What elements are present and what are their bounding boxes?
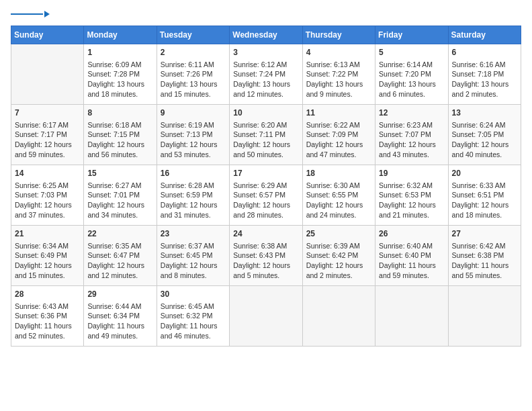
day-info-line: Sunrise: 6:37 AM: [161, 241, 226, 251]
day-number: 14: [15, 168, 80, 179]
day-info-line: and 59 minutes.: [379, 271, 444, 281]
day-info-line: Sunrise: 6:13 AM: [306, 60, 371, 70]
day-number: 23: [161, 228, 226, 240]
day-info-line: Daylight: 12 hours: [306, 200, 371, 210]
day-number: 9: [161, 107, 226, 119]
day-info-line: Daylight: 12 hours: [15, 200, 80, 210]
header-cell-wednesday: Wednesday: [230, 26, 302, 44]
day-info-line: Sunset: 7:01 PM: [87, 190, 152, 200]
day-info-line: and 2 minutes.: [306, 271, 371, 281]
calendar-cell: 13Sunrise: 6:24 AMSunset: 7:05 PMDayligh…: [448, 105, 521, 165]
day-info-line: Sunset: 6:51 PM: [452, 190, 517, 200]
day-info-line: Sunset: 6:49 PM: [15, 250, 80, 261]
day-info-line: Daylight: 12 hours: [15, 261, 80, 271]
day-info-line: Sunrise: 6:12 AM: [233, 60, 298, 70]
day-info-line: and 43 minutes.: [379, 150, 444, 160]
calendar-cell: 18Sunrise: 6:30 AMSunset: 6:55 PMDayligh…: [302, 165, 375, 226]
calendar-cell: 22Sunrise: 6:35 AMSunset: 6:47 PMDayligh…: [84, 226, 157, 286]
day-info-line: Sunrise: 6:20 AM: [233, 120, 298, 130]
header-cell-sunday: Sunday: [11, 26, 84, 44]
calendar-cell: 2Sunrise: 6:11 AMSunset: 7:26 PMDaylight…: [157, 44, 229, 105]
day-number: 25: [306, 228, 371, 240]
calendar-cell: 19Sunrise: 6:32 AMSunset: 6:53 PMDayligh…: [375, 165, 448, 226]
day-info-line: Daylight: 13 hours: [233, 79, 298, 89]
calendar-cell: 8Sunrise: 6:18 AMSunset: 7:15 PMDaylight…: [84, 105, 157, 165]
calendar-cell: 30Sunrise: 6:45 AMSunset: 6:32 PMDayligh…: [157, 286, 229, 347]
day-info-line: Sunrise: 6:17 AM: [15, 120, 80, 130]
day-info-line: and 5 minutes.: [233, 271, 298, 281]
day-number: 6: [452, 47, 517, 58]
calendar-cell: 5Sunrise: 6:14 AMSunset: 7:20 PMDaylight…: [375, 44, 448, 105]
calendar-cell: 16Sunrise: 6:28 AMSunset: 6:59 PMDayligh…: [157, 165, 229, 226]
calendar-cell: 14Sunrise: 6:25 AMSunset: 7:03 PMDayligh…: [11, 165, 84, 226]
day-number: 16: [161, 168, 226, 179]
day-info-line: Sunrise: 6:14 AM: [379, 60, 444, 70]
day-number: 1: [87, 47, 152, 58]
day-info-line: Sunrise: 6:42 AM: [452, 241, 517, 251]
day-info-line: Sunrise: 6:11 AM: [161, 60, 226, 70]
day-info-line: and 37 minutes.: [15, 210, 80, 220]
day-info-line: Daylight: 11 hours: [452, 261, 517, 271]
day-info-line: Sunrise: 6:16 AM: [452, 60, 517, 70]
day-info-line: Daylight: 12 hours: [161, 140, 226, 150]
day-info-line: Sunrise: 6:32 AM: [379, 181, 444, 191]
calendar-cell: [11, 44, 84, 105]
page-header: [11, 11, 521, 19]
day-info-line: Sunset: 7:15 PM: [87, 130, 152, 140]
header-cell-thursday: Thursday: [302, 26, 375, 44]
day-info-line: and 50 minutes.: [233, 150, 298, 160]
calendar-cell: [448, 286, 521, 347]
day-info-line: and 2 minutes.: [452, 89, 517, 99]
day-info-line: Daylight: 11 hours: [379, 261, 444, 271]
day-info-line: Sunrise: 6:27 AM: [87, 181, 152, 191]
calendar-cell: 3Sunrise: 6:12 AMSunset: 7:24 PMDaylight…: [230, 44, 302, 105]
day-number: 12: [379, 107, 444, 119]
week-row-5: 28Sunrise: 6:43 AMSunset: 6:36 PMDayligh…: [11, 286, 521, 347]
day-info-line: and 21 minutes.: [379, 210, 444, 220]
day-info-line: Sunset: 6:47 PM: [87, 250, 152, 261]
day-info-line: Daylight: 12 hours: [233, 261, 298, 271]
header-cell-saturday: Saturday: [448, 26, 521, 44]
calendar-header: SundayMondayTuesdayWednesdayThursdayFrid…: [11, 26, 521, 44]
calendar-cell: 23Sunrise: 6:37 AMSunset: 6:45 PMDayligh…: [157, 226, 229, 286]
day-number: 7: [15, 107, 80, 119]
day-info-line: Daylight: 12 hours: [379, 200, 444, 210]
day-info-line: Sunrise: 6:39 AM: [306, 241, 371, 251]
svg-marker-1: [44, 11, 50, 17]
day-number: 24: [233, 228, 298, 240]
header-cell-friday: Friday: [375, 26, 448, 44]
header-cell-tuesday: Tuesday: [157, 26, 229, 44]
calendar-body: 1Sunrise: 6:09 AMSunset: 7:28 PMDaylight…: [11, 44, 521, 347]
calendar-cell: 24Sunrise: 6:38 AMSunset: 6:43 PMDayligh…: [230, 226, 302, 286]
day-info-line: and 34 minutes.: [87, 210, 152, 220]
day-info-line: and 18 minutes.: [452, 210, 517, 220]
day-info-line: Sunset: 6:53 PM: [379, 190, 444, 200]
calendar-cell: 28Sunrise: 6:43 AMSunset: 6:36 PMDayligh…: [11, 286, 84, 347]
day-info-line: Sunset: 6:38 PM: [452, 250, 517, 261]
day-number: 28: [15, 289, 80, 300]
day-info-line: Sunset: 7:18 PM: [452, 69, 517, 79]
day-info-line: Sunrise: 6:22 AM: [306, 120, 371, 130]
day-number: 13: [452, 107, 517, 119]
calendar-cell: 29Sunrise: 6:44 AMSunset: 6:34 PMDayligh…: [84, 286, 157, 347]
calendar-cell: 20Sunrise: 6:33 AMSunset: 6:51 PMDayligh…: [448, 165, 521, 226]
day-info-line: and 47 minutes.: [306, 150, 371, 160]
day-info-line: and 15 minutes.: [15, 271, 80, 281]
day-info-line: Daylight: 12 hours: [161, 261, 226, 271]
day-info-line: Sunrise: 6:09 AM: [87, 60, 152, 70]
day-info-line: Daylight: 12 hours: [379, 140, 444, 150]
day-info-line: Sunset: 7:20 PM: [379, 69, 444, 79]
day-info-line: and 53 minutes.: [161, 150, 226, 160]
day-info-line: Daylight: 12 hours: [161, 200, 226, 210]
day-info-line: Sunrise: 6:35 AM: [87, 241, 152, 251]
day-info-line: Daylight: 12 hours: [233, 200, 298, 210]
day-number: 11: [306, 107, 371, 119]
week-row-1: 1Sunrise: 6:09 AMSunset: 7:28 PMDaylight…: [11, 44, 521, 105]
day-info-line: Daylight: 13 hours: [379, 79, 444, 89]
calendar-cell: 26Sunrise: 6:40 AMSunset: 6:40 PMDayligh…: [375, 226, 448, 286]
day-info-line: Daylight: 12 hours: [306, 261, 371, 271]
calendar-cell: 21Sunrise: 6:34 AMSunset: 6:49 PMDayligh…: [11, 226, 84, 286]
day-info-line: Sunset: 7:03 PM: [15, 190, 80, 200]
day-info-line: and 24 minutes.: [306, 210, 371, 220]
day-info-line: Daylight: 12 hours: [87, 261, 152, 271]
